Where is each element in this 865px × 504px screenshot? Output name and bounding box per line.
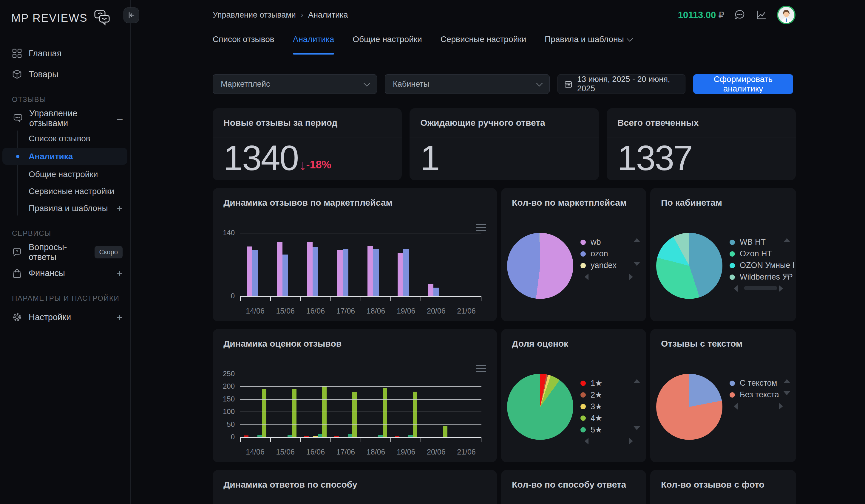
legend-scroll-down-icon[interactable] xyxy=(784,273,790,278)
sidebar-item-products[interactable]: Товары xyxy=(0,64,130,85)
sidebar-item-review-management[interactable]: Управление отзывами – xyxy=(0,108,130,129)
legend-dot xyxy=(729,274,735,280)
bar-wb[interactable] xyxy=(337,250,343,296)
expand-plus-icon[interactable]: + xyxy=(117,267,123,279)
legend-scroll-right-icon[interactable] xyxy=(779,403,783,410)
sidebar-item-label: Аналитика xyxy=(28,152,73,161)
stat-card-new-reviews: Новые отзывы за период 1340 ↓-18% xyxy=(213,108,402,180)
bar-ozon[interactable] xyxy=(434,288,439,296)
pie[interactable] xyxy=(656,374,723,440)
x-axis-tick-label: 19/06 xyxy=(391,307,421,315)
bar-wb[interactable] xyxy=(428,284,434,296)
bar-wb[interactable] xyxy=(307,242,313,296)
legend-scroll-left-icon[interactable] xyxy=(734,403,738,410)
legend-scroll-up-icon[interactable] xyxy=(784,379,790,383)
legend-scroll-right-icon[interactable] xyxy=(629,438,633,444)
expand-plus-icon[interactable]: + xyxy=(117,312,123,323)
expand-plus-icon[interactable]: + xyxy=(117,202,123,214)
y-axis-tick-label: 100 xyxy=(223,408,235,416)
avatar[interactable] xyxy=(777,5,796,24)
sidebar-subitem-rules-templates[interactable]: Правила и шаблоны + xyxy=(0,200,130,217)
bar-group xyxy=(391,233,421,296)
legend-scroll-right-icon[interactable] xyxy=(629,273,633,280)
legend-item[interactable]: 2★ xyxy=(580,389,644,401)
legend-scroll-left-icon[interactable] xyxy=(734,285,738,292)
bar-5star[interactable] xyxy=(292,389,297,438)
legend-scroll-up-icon[interactable] xyxy=(784,238,790,242)
bar-ozon[interactable] xyxy=(403,249,409,296)
sidebar-subitem-analytics[interactable]: Аналитика xyxy=(2,148,127,165)
sidebar-item-home[interactable]: Главная xyxy=(0,43,130,64)
balance[interactable]: 10113.00₽ xyxy=(678,10,724,21)
bar-ozon[interactable] xyxy=(373,249,379,297)
bar-ozon[interactable] xyxy=(282,255,288,296)
bar-5star[interactable] xyxy=(352,392,357,437)
legend-scroll-up-icon[interactable] xyxy=(634,379,640,383)
bar-ozon[interactable] xyxy=(313,247,318,296)
bar-5star[interactable] xyxy=(413,391,417,437)
legend-item[interactable]: OZON Умные Ре xyxy=(729,260,794,271)
chat-icon xyxy=(12,113,23,124)
pie[interactable] xyxy=(656,233,723,299)
bar-5star[interactable] xyxy=(262,389,266,437)
bar-ozon[interactable] xyxy=(252,250,258,296)
legend-item[interactable]: Ozon НТ xyxy=(729,248,794,260)
sidebar-subitem-review-list[interactable]: Список отзывов xyxy=(0,130,130,147)
generate-analytics-button[interactable]: Сформировать аналитику xyxy=(693,74,793,94)
bar-wb[interactable] xyxy=(368,246,373,296)
marketplace-select[interactable]: Маркетплейс xyxy=(213,74,377,94)
legend-scroll-right-icon[interactable] xyxy=(779,285,783,292)
bar-5star[interactable] xyxy=(383,388,387,437)
sidebar-item-label: Правила и шаблоны xyxy=(28,203,108,213)
tab-analytics[interactable]: Аналитика xyxy=(293,30,334,54)
legend-scrollbar[interactable] xyxy=(744,286,777,290)
sidebar-subitem-general-settings[interactable]: Общие настройки xyxy=(0,166,130,183)
bar-group xyxy=(331,233,361,296)
chart-title: По кабинетам xyxy=(650,188,796,217)
legend-item[interactable]: 4★ xyxy=(580,412,644,424)
tab-rules-templates[interactable]: Правила и шаблоны xyxy=(545,30,632,54)
chart-menu-icon[interactable] xyxy=(476,222,486,233)
legend-scroll-down-icon[interactable] xyxy=(634,426,640,430)
breadcrumb: Управление отзывами › Аналитика xyxy=(213,10,348,20)
legend-item[interactable]: ozon xyxy=(580,248,644,260)
legend-label: wb xyxy=(591,237,601,247)
sidebar-item-finance[interactable]: Финансы + xyxy=(0,262,130,283)
legend-scroll-left-icon[interactable] xyxy=(585,273,588,280)
chart-menu-icon[interactable] xyxy=(476,363,486,374)
sidebar-item-label: Настройки xyxy=(28,312,71,322)
bar-wb[interactable] xyxy=(277,242,282,296)
legend-scroll-down-icon[interactable] xyxy=(784,391,790,395)
legend-scroll-down-icon[interactable] xyxy=(634,262,640,266)
legend-dot xyxy=(580,415,586,421)
tab-general-settings[interactable]: Общие настройки xyxy=(353,30,422,54)
collapse-minus-icon[interactable]: – xyxy=(117,113,123,124)
gridline xyxy=(240,399,482,400)
bar-5star[interactable] xyxy=(443,426,447,437)
sidebar-subitem-service-settings[interactable]: Сервисные настройки xyxy=(0,183,130,200)
bar-ozon[interactable] xyxy=(343,249,348,296)
logo-text: MP REVIEWS xyxy=(11,12,88,24)
breadcrumb-parent[interactable]: Управление отзывами xyxy=(213,10,296,20)
date-range-picker[interactable]: 13 июня, 2025 - 20 июня, 2025 xyxy=(557,74,685,94)
line-chart-icon[interactable] xyxy=(755,9,767,21)
sidebar-section-params: ПАРАМЕТРЫ И НАСТРОЙКИ xyxy=(0,283,130,307)
bar-wb[interactable] xyxy=(247,246,252,296)
legend-scroll-left-icon[interactable] xyxy=(585,438,588,444)
pie[interactable] xyxy=(507,233,573,299)
chart-card-marketplace-dynamics: Динамика отзывов по маркетплейсам 0140 1… xyxy=(213,188,497,321)
cabinets-select[interactable]: Кабинеты xyxy=(385,74,550,94)
tab-service-settings[interactable]: Сервисные настройки xyxy=(440,30,526,54)
date-range-value: 13 июня, 2025 - 20 июня, 2025 xyxy=(577,75,679,93)
sidebar-item-settings[interactable]: Настройки + xyxy=(0,307,130,328)
chevron-down-icon xyxy=(626,35,633,42)
bar-wb[interactable] xyxy=(397,253,403,296)
legend-scroll-up-icon[interactable] xyxy=(634,238,640,242)
sidebar-collapse-button[interactable] xyxy=(124,8,139,23)
pie[interactable] xyxy=(507,374,573,440)
sidebar-item-qa[interactable]: ? Вопросы-ответы Скоро xyxy=(0,242,130,262)
charts-row-2: Динамика оценок отзывов 050100150200250 … xyxy=(213,329,796,462)
legend-item[interactable]: 3★ xyxy=(580,401,644,412)
tab-review-list[interactable]: Список отзывов xyxy=(213,30,274,54)
chat-bubble-icon[interactable] xyxy=(734,9,746,21)
